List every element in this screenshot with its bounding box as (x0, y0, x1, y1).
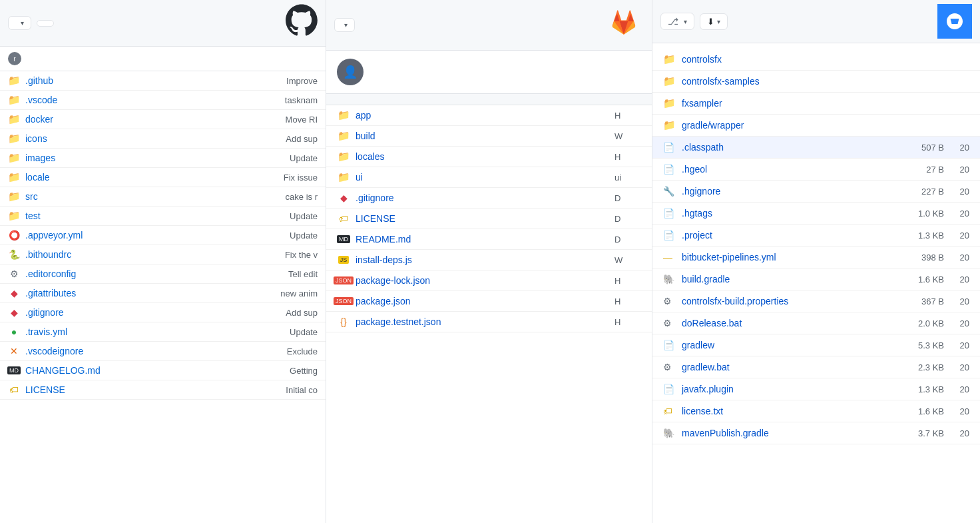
bb-folder-row[interactable]: 📁 controlsfx (652, 49, 980, 71)
file-name[interactable]: build (356, 131, 609, 141)
github-file-row[interactable]: 📁 icons Add sup (0, 129, 326, 149)
bb-download-button[interactable]: ⬇ ▾ (700, 13, 728, 30)
github-file-row[interactable]: 🐍 .bithoundrc Fix the v (0, 245, 326, 264)
file-name[interactable]: LICENSE (356, 213, 609, 224)
file-name[interactable]: CHANGELOG.md (25, 365, 284, 376)
wallet-file-row[interactable]: JSON package.json H (326, 291, 652, 312)
file-name[interactable]: locale (25, 172, 278, 183)
file-name[interactable]: license.txt (682, 406, 899, 416)
file-name[interactable]: controlsfx-build.properties (682, 296, 899, 306)
github-file-row[interactable]: 📁 docker Move RI (0, 110, 326, 129)
file-name[interactable]: .classpath (682, 142, 899, 153)
file-name[interactable]: package.json (356, 296, 609, 306)
file-name[interactable]: gradlew.bat (682, 362, 899, 372)
github-file-row[interactable]: 📁 locale Fix issue (0, 168, 326, 187)
file-name[interactable]: icons (25, 133, 280, 144)
wallet-file-row[interactable]: ◆ .gitignore D (326, 188, 652, 209)
wallet-file-row[interactable]: 📁 build W (326, 126, 652, 147)
folder-name[interactable]: controlsfx (682, 54, 969, 65)
bb-file-row[interactable]: ⚙ doRelease.bat 2.0 KB 20 (652, 312, 980, 334)
file-name[interactable]: .project (682, 230, 899, 241)
file-name[interactable]: package.testnet.json (356, 316, 609, 327)
file-name[interactable]: .gitignore (25, 307, 280, 318)
github-file-row[interactable]: 📁 .github Improve (0, 71, 326, 91)
github-file-row[interactable]: 📁 .vscode tasknam (0, 91, 326, 110)
bb-file-row[interactable]: 🔧 .hgignore 227 B 20 (652, 181, 980, 203)
folder-name[interactable]: controlsfx-samples (682, 76, 969, 87)
file-name[interactable]: .vscode (25, 95, 280, 105)
file-name[interactable]: README.md (356, 234, 609, 245)
bb-file-row[interactable]: 📄 gradlew 5.3 KB 20 (652, 334, 980, 356)
github-file-row[interactable]: ◆ .gitignore Add sup (0, 303, 326, 322)
wallet-file-row[interactable]: MD README.md D (326, 229, 652, 250)
file-name[interactable]: doRelease.bat (682, 318, 899, 328)
file-icon: 📁 (8, 114, 20, 125)
github-file-row[interactable]: 📁 test Update (0, 207, 326, 226)
file-name[interactable]: locales (356, 151, 609, 162)
bb-file-row[interactable]: 📄 .project 1.3 KB 20 (652, 225, 980, 247)
file-name[interactable]: .gitignore (356, 193, 609, 203)
wallet-file-row[interactable]: 📁 app H (326, 105, 652, 126)
folder-name[interactable]: fxsampler (682, 98, 969, 109)
github-file-row[interactable]: MD CHANGELOG.md Getting (0, 361, 326, 380)
bb-file-row[interactable]: 📄 .hgtags 1.0 KB 20 (652, 203, 980, 225)
file-name[interactable]: images (25, 153, 284, 163)
bb-file-row[interactable]: — bitbucket-pipelines.yml 398 B 20 (652, 247, 980, 268)
bb-file-row[interactable]: 📄 .classpath 507 B 20 (652, 137, 980, 159)
folder-name[interactable]: gradle/wrapper (682, 120, 969, 131)
bb-file-row[interactable]: 🐘 mavenPublish.gradle 3.7 KB 20 (652, 422, 980, 444)
file-name[interactable]: .bithoundrc (25, 249, 280, 260)
file-name[interactable]: LICENSE (25, 384, 280, 395)
bb-file-row[interactable]: ⚙ controlsfx-build.properties 367 B 20 (652, 290, 980, 312)
github-file-row[interactable]: ⭕ .appveyor.yml Update (0, 226, 326, 245)
file-name[interactable]: install-deps.js (356, 255, 609, 265)
file-name[interactable]: package-lock.json (356, 275, 609, 286)
github-file-row[interactable]: 📁 images Update (0, 149, 326, 168)
bb-file-row[interactable]: 🏷 license.txt 1.6 KB 20 (652, 400, 980, 422)
new-pull-request-button[interactable] (37, 20, 54, 27)
file-name[interactable]: .editorconfig (25, 268, 283, 279)
file-name[interactable]: .appveyor.yml (25, 230, 284, 241)
bb-file-row[interactable]: 📄 .hgeol 27 B 20 (652, 159, 980, 181)
github-file-row[interactable]: 🏷 LICENSE Initial co (0, 380, 326, 400)
github-file-row[interactable]: 📁 src cake is r (0, 187, 326, 207)
wallet-file-row[interactable]: 🏷 LICENSE D (326, 209, 652, 229)
file-icon: {} (337, 316, 350, 327)
file-name[interactable]: .vscodeignore (25, 346, 282, 356)
file-name[interactable]: bitbucket-pipelines.yml (682, 252, 899, 262)
file-name[interactable]: src (25, 191, 280, 202)
file-name[interactable]: mavenPublish.gradle (682, 428, 899, 438)
file-name[interactable]: .travis.yml (25, 326, 284, 337)
github-file-row[interactable]: ✕ .vscodeignore Exclude (0, 342, 326, 361)
wallet-branch-select[interactable]: ▾ (334, 18, 355, 32)
file-name[interactable]: javafx.plugin (682, 384, 899, 394)
file-name[interactable]: test (25, 211, 284, 221)
file-name[interactable]: app (356, 110, 609, 121)
github-file-row[interactable]: ⚙ .editorconfig Tell edit (0, 264, 326, 284)
bb-folder-row[interactable]: 📁 fxsampler (652, 93, 980, 115)
branch-button[interactable]: ▾ (8, 16, 31, 30)
wallet-file-row[interactable]: {} package.testnet.json H (326, 312, 652, 332)
bb-file-row[interactable]: 📄 javafx.plugin 1.3 KB 20 (652, 378, 980, 400)
file-icon: ⚙ (663, 317, 676, 329)
file-name[interactable]: build.gradle (682, 274, 899, 284)
wallet-file-row[interactable]: JSON package-lock.json H (326, 270, 652, 291)
bb-folder-row[interactable]: 📁 controlsfx-samples (652, 71, 980, 93)
file-name[interactable]: ui (356, 172, 609, 183)
file-name[interactable]: .hgeol (682, 164, 899, 175)
wallet-file-row[interactable]: JS install-deps.js W (326, 250, 652, 270)
file-name[interactable]: .gitattributes (25, 288, 275, 298)
file-name[interactable]: docker (25, 114, 280, 125)
github-file-row[interactable]: ● .travis.yml Update (0, 322, 326, 342)
file-name[interactable]: .hgtags (682, 208, 899, 219)
file-name[interactable]: gradlew (682, 340, 899, 350)
bb-file-row[interactable]: ⚙ gradlew.bat 2.3 KB 20 (652, 356, 980, 378)
bb-folder-row[interactable]: 📁 gradle/wrapper (652, 115, 980, 137)
wallet-file-row[interactable]: 📁 locales H (326, 147, 652, 167)
file-name[interactable]: .github (25, 75, 281, 86)
bb-file-row[interactable]: 🐘 build.gradle 1.6 KB 20 (652, 268, 980, 290)
bb-branch-button[interactable]: ⎇ ▾ (660, 13, 694, 30)
file-name[interactable]: .hgignore (682, 186, 899, 197)
github-file-row[interactable]: ◆ .gitattributes new anim (0, 284, 326, 303)
wallet-file-row[interactable]: 📁 ui ui (326, 167, 652, 188)
